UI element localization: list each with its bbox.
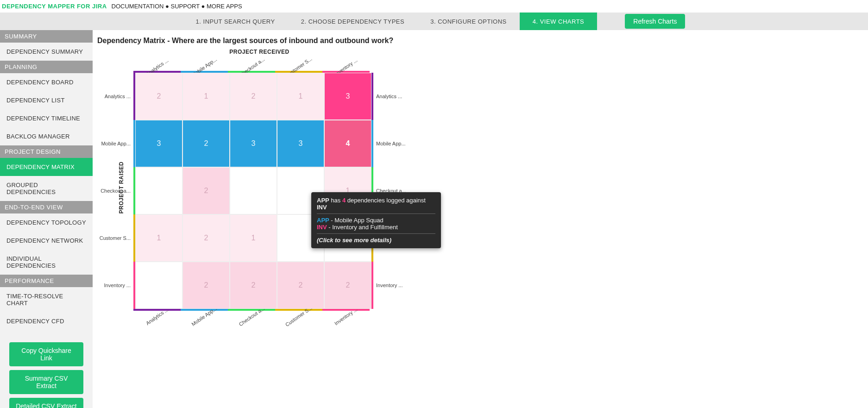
sidebar-header-project-design: PROJECT DESIGN [0, 145, 93, 158]
sidebar-item-backlog-manager[interactable]: BACKLOG MANAGER [0, 127, 93, 145]
step-configure-options[interactable]: 3. CONFIGURE OPTIONS [417, 13, 520, 30]
sidebar-header-summary: SUMMARY [0, 30, 93, 43]
row-label: Analytics ... [97, 73, 133, 120]
matrix-cell[interactable]: 3 [230, 120, 277, 167]
matrix-cell[interactable]: 1 [135, 214, 182, 262]
brand-title: DEPENDENCY MAPPER FOR JIRA [2, 3, 107, 10]
y-axis-title: PROJECT RAISED [118, 162, 125, 213]
main-content: Dependency Matrix - Where are the larges… [93, 30, 868, 408]
matrix-grid[interactable]: 2 1 2 1 3 3 2 3 3 4 1 2 1 1 1 [135, 73, 371, 309]
step-view-charts[interactable]: 4. VIEW CHARTS [520, 13, 598, 30]
matrix-cell[interactable]: 2 [182, 120, 230, 167]
sidebar-header-planning: PLANNING [0, 61, 93, 73]
row-label: Checkout a... [97, 167, 133, 214]
sidebar-item-dependency-summary[interactable]: DEPENDENCY SUMMARY [0, 43, 93, 61]
sidebar-item-dependency-network[interactable]: DEPENDENCY NETWORK [0, 232, 93, 250]
matrix-cell[interactable]: 1 [135, 262, 182, 309]
detailed-csv-button[interactable]: Detailed CSV Extract [9, 398, 83, 408]
sidebar-item-time-to-resolve[interactable]: TIME-TO-RESOLVE CHART [0, 287, 93, 312]
top-bar: DEPENDENCY MAPPER FOR JIRA DOCUMENTATION… [0, 0, 868, 13]
sidebar-item-dependency-list[interactable]: DEPENDENCY LIST [0, 91, 93, 109]
row-label: Inventory ... [373, 262, 409, 309]
sidebar-item-dependency-matrix[interactable]: DEPENDENCY MATRIX [0, 158, 93, 176]
tooltip-inv-line: INV - Inventory and Fulfillment [317, 224, 435, 231]
sidebar-item-individual-dependencies[interactable]: INDIVIDUAL DEPENDENCIES [0, 250, 93, 275]
sidebar-item-dependency-board[interactable]: DEPENDENCY BOARD [0, 73, 93, 91]
matrix-cell[interactable]: 1 [230, 214, 277, 262]
matrix-cell[interactable]: 2 [182, 167, 230, 214]
matrix-cell[interactable]: 2 [182, 214, 230, 262]
tooltip-summary: APP has 4 dependencies logged against IN… [317, 197, 435, 211]
matrix-cell[interactable]: 3 [277, 120, 324, 167]
matrix-tooltip[interactable]: APP has 4 dependencies logged against IN… [311, 192, 441, 248]
tooltip-app-line: APP - Mobile App Squad [317, 217, 435, 224]
matrix-cell[interactable]: 3 [324, 73, 371, 120]
matrix-cell[interactable]: 1 [135, 167, 182, 214]
sidebar-item-dependency-cfd[interactable]: DEPENDENCY CFD [0, 312, 93, 330]
step-bar: 1. INPUT SEARCH QUERY 2. CHOOSE DEPENDEN… [0, 13, 868, 30]
step-input-query[interactable]: 1. INPUT SEARCH QUERY [183, 13, 288, 30]
matrix-cell[interactable]: 1 [277, 73, 324, 120]
sidebar-item-grouped-dependencies[interactable]: GROUPED DEPENDENCIES [0, 176, 93, 201]
sidebar-item-dependency-timeline[interactable]: DEPENDENCY TIMELINE [0, 109, 93, 127]
row-labels-left: Analytics ... Mobile App... Checkout a..… [97, 73, 133, 309]
matrix-cell[interactable]: 1 [230, 167, 277, 214]
column-labels-bottom: Analytics ... Mobile App... Checkout a..… [133, 311, 421, 326]
matrix-cell[interactable]: 1 [182, 73, 230, 120]
matrix-cell[interactable]: 2 [324, 262, 371, 309]
row-labels-right: Analytics ... Mobile App... Checkout a..… [373, 73, 409, 309]
matrix-cell[interactable]: 3 [135, 120, 182, 167]
matrix-cell[interactable]: 2 [230, 73, 277, 120]
top-links[interactable]: DOCUMENTATION ● SUPPORT ● MORE APPS [112, 3, 242, 10]
x-axis-title: PROJECT RECEIVED [97, 49, 421, 55]
refresh-charts-button[interactable]: Refresh Charts [625, 14, 685, 29]
sidebar-header-end-to-end: END-TO-END VIEW [0, 201, 93, 213]
sidebar: SUMMARY DEPENDENCY SUMMARY PLANNING DEPE… [0, 30, 93, 408]
row-label: Analytics ... [373, 73, 409, 120]
column-labels-top: Analytics ... Mobile App... Checkout a..… [133, 55, 421, 71]
tooltip-click-hint: (Click to see more details) [317, 237, 435, 244]
matrix-cell[interactable]: 2 [182, 262, 230, 309]
matrix-cell[interactable]: 2 [277, 262, 324, 309]
chart-title: Dependency Matrix - Where are the larges… [97, 37, 864, 45]
row-label: Customer S... [97, 214, 133, 262]
matrix-cell[interactable]: 2 [135, 73, 182, 120]
dependency-matrix-chart[interactable]: PROJECT RECEIVED Analytics ... Mobile Ap… [97, 49, 421, 326]
row-label: Mobile App... [373, 120, 409, 167]
step-dependency-types[interactable]: 2. CHOOSE DEPENDENCY TYPES [288, 13, 417, 30]
copy-quickshare-button[interactable]: Copy Quickshare Link [9, 342, 83, 366]
matrix-cell[interactable]: 2 [230, 262, 277, 309]
row-label: Mobile App... [97, 120, 133, 167]
summary-csv-button[interactable]: Summary CSV Extract [9, 370, 83, 394]
sidebar-item-dependency-topology[interactable]: DEPENDENCY TOPOLOGY [0, 213, 93, 232]
row-label: Inventory ... [97, 262, 133, 309]
sidebar-header-performance: PERFORMANCE [0, 275, 93, 287]
matrix-cell-highlight[interactable]: 4 [324, 120, 371, 167]
